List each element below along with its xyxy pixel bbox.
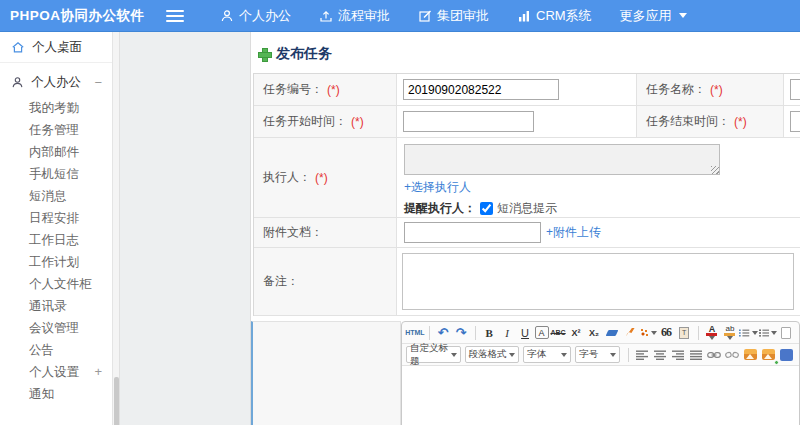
remind-option-label: 短消息提示 bbox=[497, 200, 557, 217]
task-name-cell bbox=[784, 74, 800, 105]
attachment-label-cell: 附件文档： bbox=[254, 218, 397, 247]
sidebar-item-personal-settings[interactable]: 个人设置 + bbox=[0, 361, 112, 383]
sidebar-item-work-plan[interactable]: 工作计划 bbox=[0, 251, 112, 273]
sidebar-section-personal-office[interactable]: 个人办公 − bbox=[0, 67, 112, 97]
remark-label: 备注： bbox=[263, 273, 299, 290]
custom-heading-dropdown[interactable]: 自定义标题 bbox=[406, 346, 461, 363]
sidebar-item-file-cabinet[interactable]: 个人文件柜 bbox=[0, 273, 112, 295]
align-justify-icon[interactable] bbox=[688, 346, 705, 363]
unordered-list-icon[interactable] bbox=[759, 324, 777, 341]
font-style-button[interactable]: A bbox=[535, 326, 549, 339]
sidebar-item-sms[interactable]: 手机短信 bbox=[0, 163, 112, 185]
task-no-cell bbox=[397, 74, 637, 105]
person-icon bbox=[11, 76, 24, 89]
required-mark: (*) bbox=[734, 115, 747, 129]
task-name-input[interactable] bbox=[790, 79, 800, 100]
nav-label: 更多应用 bbox=[620, 7, 672, 25]
unlink-icon[interactable] bbox=[724, 346, 741, 363]
end-time-cell bbox=[784, 106, 800, 137]
sidebar-item-internal-mail[interactable]: 内部邮件 bbox=[0, 141, 112, 163]
sidebar-item-attendance[interactable]: 我的考勤 bbox=[0, 97, 112, 119]
sidebar-item-meeting-management[interactable]: 会议管理 bbox=[0, 317, 112, 339]
attachment-input[interactable] bbox=[404, 222, 541, 243]
editor-content-area[interactable] bbox=[402, 366, 799, 425]
sidebar-item-short-message[interactable]: 短消息 bbox=[0, 185, 112, 207]
required-mark: (*) bbox=[327, 83, 340, 97]
nav-group-approval[interactable]: 集团审批 bbox=[404, 0, 503, 32]
editor-toolbar-row2: 自定义标题 段落格式 字体 字号 bbox=[402, 344, 799, 366]
insert-image-icon[interactable] bbox=[742, 346, 759, 363]
bar-chart-icon bbox=[517, 9, 531, 23]
sidebar-item-work-log[interactable]: 工作日志 bbox=[0, 229, 112, 251]
executor-textarea[interactable] bbox=[404, 144, 720, 175]
spray-format-icon[interactable] bbox=[640, 324, 657, 341]
subscript-button[interactable]: X₂ bbox=[586, 324, 603, 341]
sidebar-item-notice[interactable]: 通知 bbox=[0, 383, 112, 405]
executor-cell: +选择执行人 提醒执行人： 短消息提示 bbox=[397, 138, 800, 217]
strikethrough-button[interactable]: ABC bbox=[550, 324, 567, 341]
start-time-cell bbox=[397, 106, 637, 137]
format-brush-icon[interactable] bbox=[622, 324, 639, 341]
remark-label-cell: 备注： bbox=[254, 248, 397, 315]
sms-remind-checkbox[interactable] bbox=[480, 202, 493, 215]
start-time-input[interactable] bbox=[403, 111, 534, 132]
align-center-icon[interactable] bbox=[652, 346, 669, 363]
superscript-button[interactable]: X² bbox=[568, 324, 585, 341]
top-nav: 个人办公 流程审批 集团审批 CRM系统 更多应用 bbox=[206, 0, 701, 32]
select-executor-link[interactable]: +选择执行人 bbox=[404, 179, 471, 196]
source-code-button[interactable]: HTML bbox=[406, 324, 424, 341]
top-bar: PHPOA协同办公软件 个人办公 流程审批 集团审批 CRM系统 更多应用 bbox=[0, 0, 800, 32]
expand-icon[interactable]: + bbox=[94, 361, 102, 383]
eraser-icon[interactable] bbox=[604, 324, 621, 341]
nav-workflow-approval[interactable]: 流程审批 bbox=[305, 0, 404, 32]
home-icon bbox=[11, 40, 25, 54]
underline-button[interactable]: U bbox=[517, 324, 534, 341]
sidebar-item-desktop[interactable]: 个人桌面 bbox=[0, 32, 112, 63]
link-icon[interactable] bbox=[706, 346, 723, 363]
sidebar-item-task-management[interactable]: 任务管理 bbox=[0, 119, 112, 141]
form-row-attachment: 附件文档： +附件上传 bbox=[254, 218, 800, 248]
nav-personal-office[interactable]: 个人办公 bbox=[206, 0, 305, 32]
attachment-upload-link[interactable]: +附件上传 bbox=[546, 224, 601, 241]
task-no-label: 任务编号： bbox=[263, 81, 323, 98]
app-window: PHPOA协同办公软件 个人办公 流程审批 集团审批 CRM系统 更多应用 bbox=[0, 0, 800, 425]
end-time-input[interactable] bbox=[790, 111, 800, 132]
nav-crm-system[interactable]: CRM系统 bbox=[503, 0, 606, 32]
task-no-input[interactable] bbox=[403, 79, 559, 100]
sidebar-item-label: 个人设置 bbox=[29, 365, 79, 379]
workflow-upload-icon bbox=[319, 9, 333, 23]
blockquote-button[interactable]: 66 bbox=[658, 324, 675, 341]
font-color-button[interactable]: A bbox=[703, 324, 720, 341]
sidebar-item-announcement[interactable]: 公告 bbox=[0, 339, 112, 361]
italic-button[interactable]: I bbox=[499, 324, 516, 341]
page-title: 发布任务 bbox=[276, 45, 332, 63]
align-right-icon[interactable] bbox=[670, 346, 687, 363]
sidebar-item-contacts[interactable]: 通讯录 bbox=[0, 295, 112, 317]
editor-toolbar-row1: HTML ↶ ↷ B I U A ABC X² X₂ bbox=[402, 322, 799, 344]
highlight-color-button[interactable]: ab bbox=[721, 324, 738, 341]
rich-text-editor: HTML ↶ ↷ B I U A ABC X² X₂ bbox=[401, 321, 800, 425]
menu-toggle-icon[interactable] bbox=[166, 10, 184, 22]
undo-icon[interactable]: ↶ bbox=[435, 324, 452, 341]
align-left-icon[interactable] bbox=[634, 346, 651, 363]
redo-icon[interactable]: ↷ bbox=[453, 324, 470, 341]
paragraph-format-dropdown[interactable]: 段落格式 bbox=[465, 346, 520, 363]
form-row-task-no: 任务编号： (*) 任务名称： (*) bbox=[254, 74, 800, 106]
font-size-dropdown[interactable]: 字号 bbox=[575, 346, 620, 363]
sidebar-scrollbar[interactable] bbox=[113, 32, 120, 425]
ordered-list-icon[interactable] bbox=[739, 324, 757, 341]
paste-icon[interactable]: T bbox=[676, 324, 693, 341]
font-family-dropdown[interactable]: 字体 bbox=[523, 346, 571, 363]
sidebar-item-schedule[interactable]: 日程安排 bbox=[0, 207, 112, 229]
content-label-cell bbox=[251, 321, 401, 425]
nav-more-apps[interactable]: 更多应用 bbox=[606, 0, 701, 32]
sidebar: 个人桌面 个人办公 − 我的考勤 任务管理 内部邮件 手机短信 短消息 日程安排… bbox=[0, 32, 113, 425]
new-document-icon[interactable] bbox=[778, 324, 795, 341]
remark-textarea[interactable] bbox=[402, 253, 794, 310]
scrollbar-thumb[interactable] bbox=[114, 377, 119, 425]
collapse-icon[interactable]: − bbox=[94, 75, 102, 90]
insert-image-upload-icon[interactable] bbox=[760, 346, 777, 363]
bold-button[interactable]: B bbox=[481, 324, 498, 341]
insert-media-icon[interactable] bbox=[778, 346, 795, 363]
nav-label: 流程审批 bbox=[338, 7, 390, 25]
